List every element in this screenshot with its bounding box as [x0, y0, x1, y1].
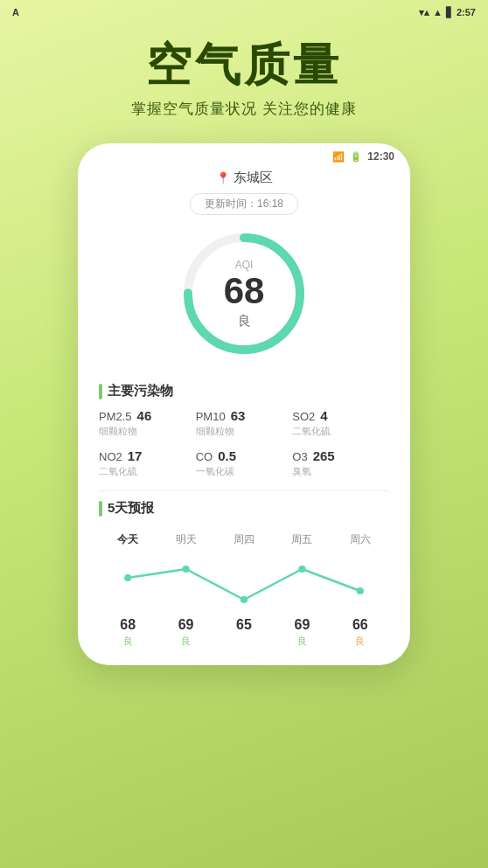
day-label-2: 周四	[215, 532, 273, 552]
phone-status-bar: 📶 🔋 12:30	[78, 143, 410, 166]
signal-icon: ▲	[433, 7, 443, 17]
day-label-3: 周五	[273, 532, 331, 552]
dot-4	[357, 587, 364, 594]
battery-icon: ▋	[446, 7, 453, 18]
forecast-line-chart	[99, 556, 389, 608]
location-name: 东城区	[234, 170, 273, 186]
aqi-center: AQI 68 良	[224, 259, 265, 330]
status-bar: A ▾▴ ▲ ▋ 2:57	[0, 0, 488, 24]
section-divider	[99, 490, 389, 491]
forecast-item-4: 66 良	[331, 617, 389, 648]
forecast-item-2: 65	[215, 617, 273, 648]
forecast-section: 5天预报 今天 明天 周四 周五 周六	[78, 500, 410, 648]
aqi-label: AQI	[224, 259, 265, 271]
forecast-labels: 今天 明天 周四 周五 周六	[99, 532, 389, 552]
forecast-line	[128, 569, 360, 600]
phone-battery-icon: 🔋	[350, 151, 362, 163]
forecast-values: 68 良 69 良 65 69 良 66 良	[99, 617, 389, 648]
day-label-1: 明天	[157, 532, 214, 552]
location-pin-icon: 📍	[216, 171, 230, 184]
forecast-item-0: 68 良	[99, 617, 157, 648]
aqi-gauge: AQI 68 良	[174, 224, 314, 364]
update-time-wrap: 更新时间：16:18	[78, 193, 410, 215]
forecast-bar-icon	[99, 501, 102, 517]
dot-0	[124, 574, 131, 581]
dot-2	[241, 596, 247, 603]
forecast-chart	[99, 556, 389, 608]
pollutant-pm25: PM2.5 46 细颗粒物	[99, 408, 196, 438]
aqi-gauge-section: AQI 68 良	[78, 224, 410, 364]
forecast-item-1: 69 良	[157, 617, 214, 648]
aqi-value: 68	[224, 273, 265, 309]
forecast-title: 5天预报	[108, 500, 154, 517]
status-right: ▾▴ ▲ ▋ 2:57	[419, 7, 476, 18]
aqi-quality: 良	[224, 313, 265, 330]
pollutants-title: 主要污染物	[108, 383, 173, 399]
pollutants-header: 主要污染物	[78, 378, 410, 408]
forecast-header: 5天预报	[99, 500, 389, 524]
pollutant-grid: PM2.5 46 细颗粒物 PM10 63 细颗粒物 SO2 4 二氧化硫 NO…	[78, 408, 410, 478]
app-subtitle: 掌握空气质量状况 关注您的健康	[17, 99, 471, 119]
phone-signal-icon: 📶	[332, 151, 345, 163]
phone-mockup: 📶 🔋 12:30 📍 东城区 更新时间：16:18 AQI 68 良	[78, 143, 410, 665]
dot-3	[298, 566, 305, 573]
time-display: 2:57	[457, 7, 476, 17]
app-title: 空气质量	[17, 40, 471, 90]
pollutant-pm10: PM10 63 细颗粒物	[196, 408, 293, 438]
forecast-item-3: 69 良	[273, 617, 331, 648]
pollutant-o3: O3 265 臭氧	[292, 448, 389, 478]
pollutant-so2: SO2 4 二氧化硫	[292, 408, 389, 438]
day-label-4: 周六	[331, 532, 389, 552]
update-time: 更新时间：16:18	[190, 193, 298, 215]
phone-time: 12:30	[367, 150, 394, 163]
day-label-0: 今天	[99, 532, 157, 552]
dot-1	[182, 566, 189, 573]
pollutant-no2: NO2 17 二氧化硫	[99, 448, 196, 478]
location-bar: 📍 东城区	[78, 166, 410, 188]
app-label: A	[12, 7, 19, 17]
pollutant-co: CO 0.5 一氧化碳	[196, 448, 293, 478]
section-bar-icon	[99, 384, 102, 399]
wifi-icon: ▾▴	[419, 7, 429, 18]
hero-section: 空气质量 掌握空气质量状况 关注您的健康	[0, 24, 488, 128]
